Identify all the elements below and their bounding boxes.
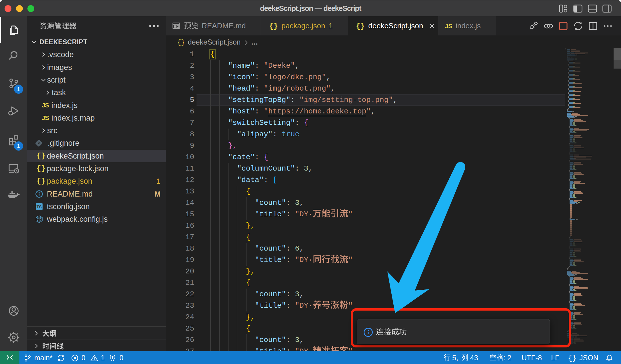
svg-text:TS: TS xyxy=(37,205,42,209)
